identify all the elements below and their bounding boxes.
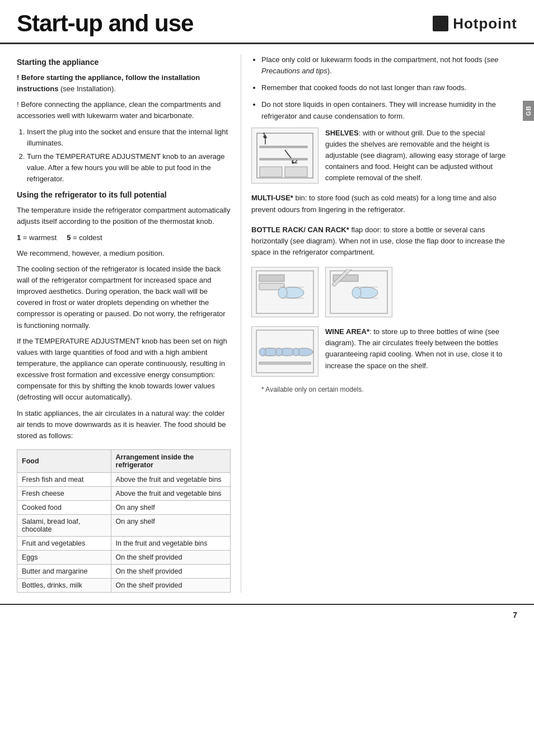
bottle-rack-block: BOTTLE RACK/ CAN RACK* flap door: to sto… — [251, 224, 506, 258]
food-cell: Fresh cheese — [17, 486, 111, 500]
col-food: Food — [17, 449, 111, 472]
svg-point-15 — [278, 287, 287, 298]
logo-area: Hotpoint — [433, 15, 517, 32]
svg-rect-10 — [285, 167, 307, 177]
section2-para4: If the TEMPERATURE ADJUSTMENT knob has b… — [17, 336, 231, 403]
step-2: Turn the TEMPERATURE ADJUSTMENT knob to … — [27, 151, 231, 185]
section1-note: ! Before connecting the appliance, clean… — [17, 99, 231, 121]
col-arrangement: Arrangement inside the refrigerator — [111, 449, 230, 472]
section2-para3: The cooling section of the refrigerator … — [17, 264, 231, 331]
food-cell: Bottles, drinks, milk — [17, 578, 111, 592]
tip-1-text: Place only cold or lukewarm foods in the… — [261, 55, 498, 75]
warmest-label: 1 — [17, 233, 21, 242]
food-cell: Salami, bread loaf, chocolate — [17, 514, 111, 536]
svg-point-28 — [259, 348, 266, 356]
bottle-svg-2 — [329, 269, 389, 315]
tip-1-italic: see Precautions and tips — [261, 55, 498, 75]
section1-title: Starting the appliance — [17, 58, 231, 67]
header: Start-up and use Hotpoint — [0, 0, 534, 44]
footer: 7 — [0, 604, 534, 625]
table-row: EggsOn the shelf provided — [17, 550, 231, 564]
wine-area-label: WINE AREA* — [325, 327, 369, 336]
wine-diagram — [251, 326, 318, 377]
shelves-block: 1 2 SHELVES: with or without grill. Due … — [251, 128, 506, 184]
multiuse-text: MULTI-USE* bin: to store food (such as c… — [251, 192, 506, 215]
food-cell: Cooked food — [17, 500, 111, 514]
warmest-text: = warmest — [23, 233, 57, 242]
section2-title: Using the refrigerator to its full poten… — [17, 190, 231, 199]
left-column: Starting the appliance ! Before starting… — [0, 54, 241, 593]
coldest-text: = coldest — [73, 233, 102, 242]
multiuse-label: MULTI-USE* — [251, 194, 293, 202]
shelves-label: SHELVES — [325, 129, 359, 137]
shelves-text: SHELVES: with or without grill. Due to t… — [325, 128, 506, 184]
bottle-diagram-2 — [325, 267, 392, 317]
arrangement-cell: On the shelf provided — [111, 578, 230, 592]
tips-list: Place only cold or lukewarm foods in the… — [261, 54, 506, 122]
food-cell: Fresh fish and meat — [17, 472, 111, 486]
tip-3: Do not store liquids in open containers.… — [261, 99, 506, 121]
arrangement-cell: On the shelf provided — [111, 564, 230, 578]
svg-rect-12 — [259, 275, 284, 281]
section1-warning-text: ! Before starting the appliance, follow … — [17, 72, 231, 95]
multiuse-block: MULTI-USE* bin: to store food (such as c… — [251, 192, 506, 215]
bottle-rack-text: BOTTLE RACK/ CAN RACK* flap door: to sto… — [251, 224, 506, 258]
arrangement-cell: In the fruit and vegetable bins — [111, 536, 230, 550]
shelves-diagram: 1 2 — [251, 128, 318, 184]
food-storage-table: Food Arrangement inside the refrigerator… — [17, 449, 231, 593]
svg-rect-26 — [259, 362, 311, 364]
table-row: Cooked foodOn any shelf — [17, 500, 231, 514]
bottle-svg-1 — [255, 269, 315, 315]
arrangement-cell: Above the fruit and vegetable bins — [111, 472, 230, 486]
table-row: Salami, bread loaf, chocolateOn any shel… — [17, 514, 231, 536]
svg-rect-1 — [260, 146, 307, 148]
svg-text:1: 1 — [263, 132, 266, 138]
svg-rect-8 — [260, 158, 307, 160]
section2-para1: The temperature inside the refrigerator … — [17, 205, 231, 227]
arrangement-cell: Above the fruit and vegetable bins — [111, 486, 230, 500]
svg-point-34 — [293, 348, 299, 356]
page: Start-up and use Hotpoint GB Starting th… — [0, 0, 534, 756]
main-content: Starting the appliance ! Before starting… — [0, 44, 534, 593]
svg-point-22 — [352, 287, 361, 298]
bottle-diagrams-row — [251, 267, 506, 317]
arrangement-cell: On any shelf — [111, 514, 230, 536]
svg-rect-9 — [260, 167, 282, 177]
wine-svg — [255, 328, 315, 374]
food-cell: Eggs — [17, 550, 111, 564]
shelves-svg: 1 2 — [254, 130, 316, 181]
logo-text: Hotpoint — [453, 15, 517, 32]
arrangement-cell: On any shelf — [111, 500, 230, 514]
bottle-diagram-1 — [251, 267, 318, 317]
table-row: Bottles, drinks, milkOn the shelf provid… — [17, 578, 231, 592]
warmest-coldest: 1 = warmest 5 = coldest — [17, 232, 231, 243]
svg-point-32 — [276, 348, 283, 356]
logo-icon — [433, 16, 448, 31]
table-row: Butter and margarineOn the shelf provide… — [17, 564, 231, 578]
coldest-label: 5 — [67, 233, 71, 242]
food-cell: Fruit and vegetables — [17, 536, 111, 550]
right-column: Place only cold or lukewarm foods in the… — [241, 54, 534, 593]
section2-para5: In static appliances, the air circulates… — [17, 408, 231, 442]
food-cell: Butter and margarine — [17, 564, 111, 578]
step-1: Insert the plug into the socket and ensu… — [27, 126, 231, 149]
tip-2: Remember that cooked foods do not last l… — [261, 82, 506, 93]
language-tab: GB — [523, 101, 534, 121]
table-header-row: Food Arrangement inside the refrigerator — [17, 449, 231, 472]
footnote-area: * Available only on certain models. — [251, 386, 506, 393]
section2-para2: We recommend, however, a medium position… — [17, 248, 231, 259]
table-row: Fruit and vegetablesIn the fruit and veg… — [17, 536, 231, 550]
page-title: Start-up and use — [17, 10, 193, 37]
tip-1: Place only cold or lukewarm foods in the… — [261, 54, 506, 77]
footnote: * Available only on certain models. — [261, 386, 496, 393]
table-row: Fresh cheeseAbove the fruit and vegetabl… — [17, 486, 231, 500]
steps-list: Insert the plug into the socket and ensu… — [27, 126, 231, 185]
section1-warning-suffix: (see Installation). — [58, 84, 116, 93]
bottle-rack-label: BOTTLE RACK/ CAN RACK* — [251, 226, 349, 234]
wine-area-block: WINE AREA*: to store up to three bottles… — [251, 326, 506, 377]
table-row: Fresh fish and meatAbove the fruit and v… — [17, 472, 231, 486]
wine-area-text: WINE AREA*: to store up to three bottles… — [325, 326, 506, 372]
page-number: 7 — [513, 611, 517, 619]
arrangement-cell: On the shelf provided — [111, 550, 230, 564]
